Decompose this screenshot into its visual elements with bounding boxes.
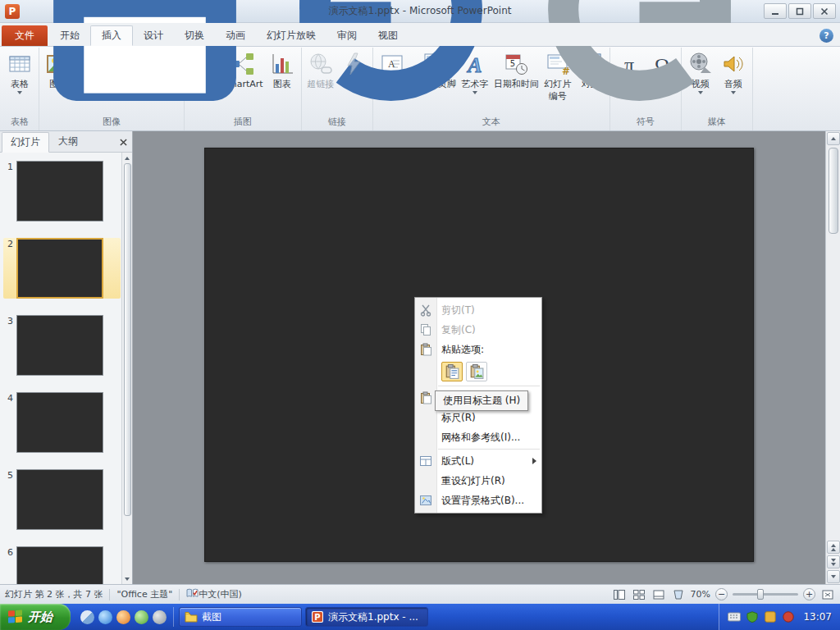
vertical-scrollbar[interactable] (825, 131, 840, 584)
slideshow-view-button[interactable] (671, 588, 686, 601)
menu-item-label: 版式(L) (436, 454, 474, 468)
normal-view-button[interactable] (612, 588, 627, 601)
svg-text:P: P (314, 613, 320, 622)
clipboard-icon (415, 391, 436, 404)
slide-thumbnail-4[interactable]: 4 (3, 392, 121, 453)
tab-file[interactable]: 文件 (2, 25, 48, 46)
powerpoint-app-icon[interactable]: P (5, 4, 20, 19)
internet-explorer-icon[interactable] (98, 610, 112, 624)
taskbar-window-label: 演示文稿1.pptx - ... (328, 610, 418, 624)
action-icon (340, 51, 367, 77)
slide-thumbnail-3[interactable]: 3 (3, 315, 121, 376)
tab-animations[interactable]: 动画 (215, 25, 256, 46)
tab-home[interactable]: 开始 (49, 25, 90, 46)
tab-slides[interactable]: 幻灯片 (2, 132, 49, 153)
slide-number-label: 5 (3, 469, 16, 530)
slide-sorter-view-button[interactable] (632, 588, 646, 601)
reading-view-button[interactable] (651, 588, 666, 601)
slide-thumbnail-6[interactable]: 6 (3, 546, 121, 584)
messenger-icon[interactable] (135, 610, 148, 624)
browser-k-icon[interactable] (153, 610, 167, 624)
slide-number-label: 1 (3, 161, 16, 221)
redo-button[interactable] (518, 0, 761, 135)
zoom-out-button[interactable]: − (715, 588, 728, 600)
tab-design[interactable]: 设计 (133, 25, 174, 46)
antivirus-icon[interactable] (746, 610, 759, 623)
minimize-button[interactable] (764, 3, 787, 19)
menu-item-reset-slide[interactable]: 重设幻灯片(R) (415, 471, 541, 491)
close-pane-icon[interactable] (116, 135, 130, 149)
scroll-down-icon[interactable] (827, 570, 840, 583)
start-button[interactable]: 开始 (0, 604, 71, 630)
slide-thumbnail-image (16, 546, 103, 584)
tab-review[interactable]: 审阅 (326, 25, 368, 46)
next-slide-button[interactable] (827, 555, 840, 568)
slide-thumbnail-image (16, 315, 103, 376)
slide-thumbnail-image (16, 238, 103, 299)
quick-launch-bar (74, 607, 174, 627)
slides-panel-tabs: 幻灯片 大纲 (0, 131, 132, 153)
taskbar-window-label: 截图 (202, 610, 221, 624)
menu-item-format-background[interactable]: 设置背景格式(B)... (415, 491, 541, 510)
ime-icon[interactable] (764, 610, 777, 623)
language-indicator[interactable]: 中文(中国) (199, 588, 242, 600)
powerpoint-window: P 演示文稿1.pptx - Microsoft PowerPoint 文件 开… (0, 0, 840, 630)
scrollbar-thumb[interactable] (124, 163, 131, 516)
scroll-up-icon[interactable] (123, 153, 132, 163)
zoom-in-button[interactable]: + (803, 588, 815, 600)
show-desktop-icon[interactable] (80, 610, 94, 624)
fit-to-window-button[interactable] (820, 588, 835, 601)
tab-insert[interactable]: 插入 (90, 25, 133, 46)
volume-icon[interactable] (782, 610, 795, 623)
layout-icon (415, 454, 436, 468)
menu-item-grid-and-guides[interactable]: 网格和参考线(I)... (415, 427, 541, 447)
ribbon-tab-row: 文件 开始插入设计切换动画幻灯片放映审阅视图 ? (0, 23, 840, 46)
title-bar: P 演示文稿1.pptx - Microsoft PowerPoint (0, 0, 840, 23)
zoom-level[interactable]: 70% (691, 589, 710, 600)
tab-transitions[interactable]: 切换 (174, 25, 215, 46)
slide-number-label: 3 (3, 315, 16, 376)
powerpoint-icon: P (311, 610, 324, 623)
taskbar-window-jietu-window[interactable]: 截图 (179, 607, 302, 627)
window-controls (764, 3, 836, 19)
slide-thumbnail-image (16, 469, 103, 530)
close-button[interactable] (813, 3, 836, 19)
menu-item-label: 复制(C) (436, 323, 476, 337)
status-bar-right: 70% − + (612, 588, 835, 601)
slide-thumbnail-2[interactable]: 2 (3, 238, 121, 299)
spellcheck-icon[interactable] (186, 588, 199, 601)
tab-outline[interactable]: 大纲 (49, 131, 87, 152)
help-icon[interactable]: ? (819, 29, 833, 43)
status-bar: 幻灯片 第 2 张，共 7 张 "Office 主题" 中文(中国) 70% −… (0, 584, 840, 604)
previous-slide-button[interactable] (827, 541, 840, 554)
paste-option-use-destination-theme[interactable] (441, 362, 463, 381)
menu-item-label: 标尺(R) (436, 411, 476, 425)
zoom-slider[interactable] (733, 593, 798, 596)
slide-thumbnail-5[interactable]: 5 (3, 469, 121, 530)
slide-thumbnails: 123456 (0, 153, 132, 584)
slide-thumbnail-image (16, 392, 103, 453)
maximize-button[interactable] (788, 3, 811, 19)
media-player-icon[interactable] (116, 610, 130, 624)
slide-number-label: 2 (3, 238, 16, 299)
tab-slide-show[interactable]: 幻灯片放映 (256, 25, 326, 46)
clipboard-icon (415, 343, 436, 356)
menu-item-label: 剪切(T) (436, 304, 475, 317)
tab-view[interactable]: 视图 (368, 25, 409, 46)
slides-panel-scrollbar[interactable] (121, 153, 132, 584)
menu-item-label: 重设幻灯片(R) (436, 474, 505, 488)
menu-item-layout[interactable]: 版式(L) (415, 451, 541, 471)
clock[interactable]: 13:07 (803, 611, 832, 623)
scroll-down-icon[interactable] (123, 573, 132, 584)
save-button[interactable] (23, 0, 267, 135)
scrollbar-thumb[interactable] (829, 148, 838, 234)
keyboard-icon[interactable] (728, 610, 741, 623)
scroll-up-icon[interactable] (827, 132, 840, 145)
slide-canvas-area: 剪切(T)复制(C)粘贴选项:标尺(R)网格和参考线(I)...版式(L)重设幻… (133, 131, 825, 584)
scissors-icon (415, 304, 436, 317)
paste-option-paste-as-picture[interactable] (466, 362, 487, 381)
undo-button[interactable] (269, 0, 513, 135)
taskbar-window-powerpoint-window[interactable]: P演示文稿1.pptx - ... (305, 607, 428, 627)
slide-thumbnail-1[interactable]: 1 (3, 161, 121, 221)
zoom-slider-thumb[interactable] (757, 589, 764, 600)
